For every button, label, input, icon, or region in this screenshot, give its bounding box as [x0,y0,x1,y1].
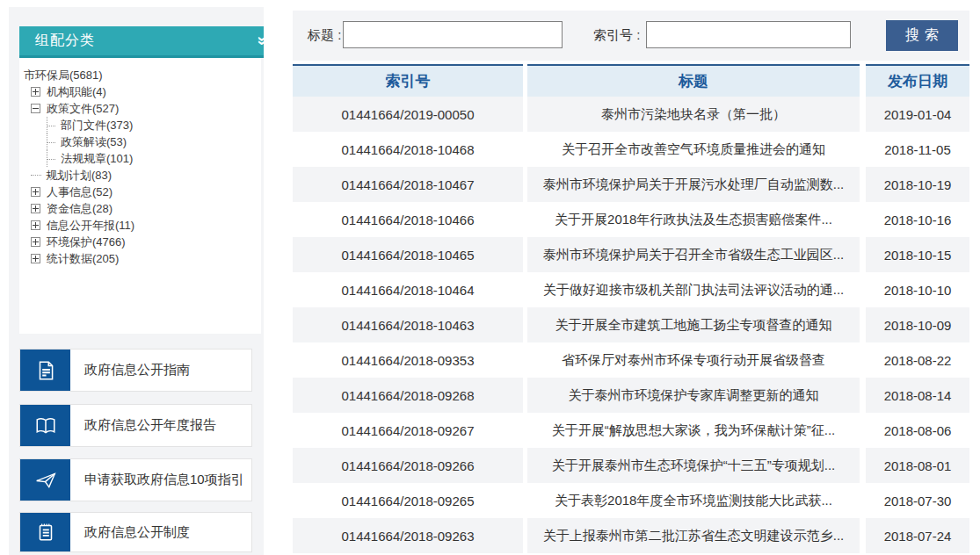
disclosure-system-button[interactable]: 政府信息公开制度 [19,512,252,552]
tree-item[interactable]: 统计数据(205) [19,250,261,267]
cell-index-no: 01441664/2018-10463 [293,307,523,342]
tree-item[interactable]: 环境保护(4766) [19,234,261,250]
cell-title-link[interactable]: 关于开展2018年行政执法及生态损害赔偿案件... [527,202,860,237]
tree-item[interactable]: 政策解读(53) [19,133,261,150]
tree-item-label: 机构职能(4) [47,84,106,100]
document-icon [20,350,70,391]
cell-title-link[interactable]: 关于召开全市改善空气环境质量推进会的通知 [527,132,860,167]
cell-index-no: 01441664/2018-10464 [293,272,523,307]
cell-title-link[interactable]: 关于泰州市环境保护专家库调整更新的通知 [527,378,860,413]
guide-button-label: 政府信息公开指南 [84,362,190,378]
tree-item[interactable]: 市环保局(5681) [19,67,261,83]
tree-item[interactable]: 信息公开年报(11) [19,217,261,234]
table-header-row: 索引号 标题 发布日期 [293,64,969,97]
tree-toggle-icon[interactable] [31,220,40,230]
tree-item[interactable]: 政策文件(527) [19,100,261,117]
guide-button[interactable]: 政府信息公开指南 [19,349,252,392]
search-button[interactable]: 搜索 [886,20,958,51]
table-row: 01441664/2018-10466 关于开展2018年行政执法及生态损害赔偿… [293,202,969,237]
table-row: 01441664/2018-10463 关于开展全市建筑工地施工扬尘专项督查的通… [293,307,969,342]
document-table: 索引号 标题 发布日期 01441664/2019-00050 泰州市污染地块名… [293,64,969,553]
cell-date: 2018-08-06 [866,413,969,448]
cell-date: 2018-07-24 [866,518,969,553]
tree-item-label: 部门文件(373) [61,118,133,133]
tree-item[interactable]: 规划计划(83) [19,167,261,184]
cell-title-link[interactable]: 泰州市污染地块名录（第一批） [527,97,860,132]
title-search-input[interactable] [343,21,563,48]
disclosure-system-button-label: 政府信息公开制度 [84,524,190,541]
index-no-search-input[interactable] [646,21,851,48]
tree-item-label: 环境保护(4766) [47,234,126,250]
cell-date: 2018-08-22 [866,342,969,378]
search-panel: 标题 : 索引号 : 搜索 [293,11,969,61]
tree-item-label: 市环保局(5681) [24,68,103,83]
tree-item[interactable]: 法规规章(101) [19,150,261,167]
tree-toggle-icon[interactable] [31,104,40,113]
cell-date: 2018-10-19 [866,167,969,202]
index-no-field-label: 索引号 : [593,11,640,61]
tree-item-label: 法规规章(101) [61,151,133,167]
cell-date: 2018-08-14 [866,378,969,413]
tree-item-label: 统计数据(205) [47,251,119,267]
tree-toggle-icon[interactable] [31,237,40,247]
table-row: 01441664/2018-09265 关于表彰2018年度全市环境监测技能大比… [293,483,969,518]
cell-index-no: 01441664/2019-00050 [293,97,523,132]
double-chevron-down-icon[interactable]: » [255,36,264,46]
cell-title-link[interactable]: 泰州市环境保护局关于开展污水处理厂自动监测数... [527,167,860,202]
tree-toggle-icon[interactable] [31,254,40,263]
cell-date: 2018-10-16 [866,202,969,237]
category-tree: 市环保局(5681) 机构职能(4) 政策文件(527) 部门文件(373) [19,67,261,267]
table-row: 01441664/2018-10467 泰州市环境保护局关于开展污水处理厂自动监… [293,167,969,202]
tree-toggle-icon[interactable] [31,204,40,213]
tree-toggle-icon[interactable] [47,117,56,133]
cell-index-no: 01441664/2018-09267 [293,413,523,448]
cell-title-link[interactable]: 关于开展泰州市生态环境保护“十三五”专项规划... [527,448,860,483]
table-row: 01441664/2018-09353 省环保厅对泰州市环保专项行动开展省级督查… [293,342,969,378]
cell-date: 2018-10-15 [866,237,969,272]
cell-title-link[interactable]: 关于上报泰州市第二批江苏省生态文明建设示范乡... [527,518,860,553]
cell-title-link[interactable]: 关于表彰2018年度全市环境监测技能大比武获... [527,483,860,518]
cell-index-no: 01441664/2018-09266 [293,448,523,483]
cell-index-no: 01441664/2018-10466 [293,202,523,237]
tree-item-label: 政策文件(527) [47,101,119,117]
title-field-label: 标题 : [308,11,341,61]
cell-index-no: 01441664/2018-09265 [293,483,523,518]
cell-title-link[interactable]: 泰州市环境保护局关于召开全市省级生态工业园区... [527,237,860,272]
open-book-icon [20,405,70,446]
paper-plane-icon [20,459,70,501]
tree-toggle-icon[interactable] [47,133,56,150]
category-header: 组配分类 » [19,26,264,58]
tree-item-label: 政策解读(53) [61,134,127,150]
cell-date: 2018-11-05 [866,132,969,167]
annual-report-button-label: 政府信息公开年度报告 [84,417,216,434]
cell-title-link[interactable]: 关于开展全市建筑工地施工扬尘专项督查的通知 [527,307,860,342]
category-tree-panel: 市环保局(5681) 机构职能(4) 政策文件(527) 部门文件(373) [19,58,261,334]
cell-title-link[interactable]: 关于做好迎接市级机关部门执法司法评议活动的通... [527,272,860,307]
cell-index-no: 01441664/2018-10465 [293,237,523,272]
cell-date: 2018-10-10 [866,272,969,307]
tree-item[interactable]: 人事信息(52) [19,184,261,200]
sidebar: 组配分类 » 市环保局(5681) 机构职能(4) 政策文件(527) [9,7,264,555]
tree-item-label: 资金信息(28) [47,201,113,217]
tree-item-label: 人事信息(52) [47,184,113,200]
tree-item[interactable]: 部门文件(373) [19,117,261,133]
cell-title-link[interactable]: 省环保厅对泰州市环保专项行动开展省级督查 [527,342,860,378]
clipboard-icon [20,513,70,551]
cell-title-link[interactable]: 关于开展“解放思想大家谈，我为环保献计策”征... [527,413,860,448]
tree-toggle-icon[interactable] [31,175,41,177]
tree-item[interactable]: 资金信息(28) [19,200,261,217]
table-body: 01441664/2019-00050 泰州市污染地块名录（第一批） 2019-… [293,97,969,553]
column-header-index-no: 索引号 [293,64,523,97]
table-row: 01441664/2018-09266 关于开展泰州市生态环境保护“十三五”专项… [293,448,969,483]
tree-toggle-icon[interactable] [31,187,40,197]
tree-item[interactable]: 机构职能(4) [19,83,261,100]
cell-index-no: 01441664/2018-09263 [293,518,523,553]
annual-report-button[interactable]: 政府信息公开年度报告 [19,404,252,447]
cell-index-no: 01441664/2018-09353 [293,342,523,378]
table-row: 01441664/2018-10464 关于做好迎接市级机关部门执法司法评议活动… [293,272,969,307]
tree-toggle-icon[interactable] [31,87,40,97]
tree-toggle-icon[interactable] [47,150,56,167]
table-row: 01441664/2018-10465 泰州市环境保护局关于召开全市省级生态工业… [293,237,969,272]
table-row: 01441664/2018-09263 关于上报泰州市第二批江苏省生态文明建设示… [293,518,969,553]
apply-info-button[interactable]: 申请获取政府信息10项指引 [19,458,252,501]
